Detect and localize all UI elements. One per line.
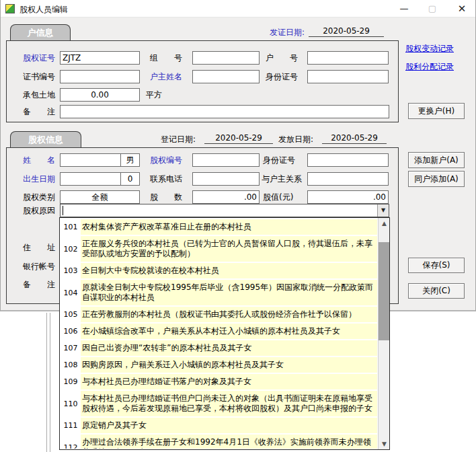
equity-reason-dropdown-list: 101农村集体资产产权改革基准日止在册的本村社员 102正在服义务兵役的本村社员… — [59, 217, 390, 450]
house-no-input[interactable] — [307, 51, 389, 65]
change-household-button[interactable]: 更换户(H) — [408, 103, 465, 119]
phone-label: 联系电话 — [150, 174, 182, 184]
name-label: 姓 名 — [23, 155, 55, 165]
group-no-label: 组 号 — [150, 52, 182, 63]
close-button[interactable]: ✕ — [447, 0, 476, 17]
item-text: 农村集体资产产权改革基准日止在册的本村社员 — [81, 219, 377, 235]
list-item[interactable]: 102正在服义务兵役的本村社员（已转为士官的人员暂保留人口股，待其退伍后，未享受… — [61, 235, 377, 262]
scrollbar-thumb[interactable] — [379, 242, 390, 340]
list-item[interactable]: 106在小城镇综合改革中，户籍关系从本村迁入小城镇的原本村社员及其子女 — [61, 323, 377, 340]
book-no-input[interactable] — [60, 70, 140, 83]
background-grid-line — [50, 313, 50, 452]
house-no-label: 户 号 — [266, 52, 298, 63]
add-new-household-button[interactable]: 添加新户(A) — [408, 152, 465, 168]
equity-cert-input[interactable]: ZJTZ — [60, 51, 140, 65]
scroll-down-icon[interactable]: ▼ — [379, 439, 390, 449]
text-caret — [63, 206, 63, 215]
equity-id-input[interactable] — [307, 153, 389, 167]
household-id-label: 身份证号 — [266, 71, 298, 82]
equity-reason-combobox[interactable]: ▼ — [60, 204, 389, 217]
head-name-label: 户主姓名 — [150, 71, 182, 82]
item-text: 正在服义务兵役的本村社员（已转为士官的人员暂保留人口股，待其退伍后，未享受部队或… — [81, 236, 377, 262]
minimize-button[interactable]: — — [391, 0, 418, 17]
list-item[interactable]: 108因购房原因，户籍关系迁入小城镇的原本村社员及其子女 — [61, 356, 377, 373]
item-text: 全日制大中专院校就读的在校本村社员 — [81, 263, 377, 278]
register-date-value[interactable]: 2020-05-29 — [204, 133, 273, 144]
head-name-input[interactable] — [192, 70, 260, 83]
item-text: 因购房原因，户籍关系迁入小城镇的原本村社员及其子女 — [81, 357, 377, 373]
list-item[interactable]: 107因自己出资办理“农转非”的原本村社员及其子女 — [61, 340, 377, 356]
name-input[interactable] — [60, 153, 121, 167]
issue-date-value[interactable]: 2020-05-29 — [309, 26, 384, 37]
book-no-label: 证书编号 — [23, 71, 55, 82]
item-number: 111 — [61, 417, 81, 434]
share-value-label: 股值(元) — [263, 192, 293, 202]
household-id-input[interactable] — [307, 70, 389, 83]
equity-cert-label: 股权证号 — [23, 52, 55, 63]
phone-input[interactable] — [192, 172, 260, 186]
list-item[interactable]: 111原定销户及其子女 — [61, 417, 377, 434]
list-item[interactable]: 104原就读全日制大中专院校1995年后毕业（含1995年）因国家取消统一分配政… — [61, 279, 377, 306]
equity-no-input[interactable] — [192, 153, 260, 167]
share-value-input[interactable]: .00 — [307, 190, 389, 204]
land-label: 承包土地 — [23, 89, 55, 100]
scroll-up-icon[interactable]: ▲ — [379, 218, 390, 229]
register-date-label: 登记日期: — [161, 134, 196, 145]
save-button[interactable]: 保存(S) — [408, 258, 465, 273]
maximize-button[interactable]: ▢ — [419, 0, 446, 17]
grant-date-value[interactable]: 2020-05-29 — [322, 133, 387, 144]
dividend-records-link[interactable]: 股利分配记录 — [405, 61, 454, 73]
app-icon — [5, 4, 15, 13]
window-title: 股权人员编辑 — [19, 4, 68, 15]
item-number: 102 — [61, 235, 81, 262]
tab-equity-info[interactable]: 股权信息 — [10, 131, 81, 148]
item-text: 原就读全日制大中专院校1995年后毕业（含1995年）因国家取消统一分配政策而自… — [81, 280, 377, 305]
list-item[interactable]: 110与本村社员已办理结婚证书但户口尚未迁入的对象（出具书面证明未在原籍地享受股… — [61, 390, 377, 417]
grant-date-label: 发放日期: — [278, 134, 313, 145]
screen: 股权人员编辑 — ▢ ✕ 户信息 发证日期: 2020-05-29 股权证号 Z… — [0, 0, 476, 452]
equity-change-records-link[interactable]: 股权变动记录 — [405, 43, 454, 54]
tab-household-info[interactable]: 户信息 — [10, 24, 71, 41]
group-no-input[interactable] — [192, 51, 260, 65]
list-scrollbar[interactable]: ▲ ▼ — [378, 218, 389, 449]
item-text: 原定销户及其子女 — [81, 418, 377, 433]
dropdown-rows: 101农村集体资产产权改革基准日止在册的本村社员 102正在服义务兵役的本村社员… — [61, 219, 377, 449]
equity-reason-label: 股权原因 — [23, 205, 55, 216]
item-number: 106 — [61, 323, 81, 340]
land-unit-label: 平方 — [146, 89, 162, 100]
item-number: 109 — [61, 373, 81, 390]
equity-type-label: 股权类别 — [23, 192, 55, 202]
birth-date-input[interactable] — [60, 172, 121, 186]
item-text: 与本村社员已办理结婚证书但户口尚未迁入的对象（出具书面证明未在原籍地享受股权待遇… — [81, 391, 377, 416]
equity-type-input[interactable]: 全额 — [60, 190, 140, 204]
titlebar: 股权人员编辑 — ▢ ✕ — [1, 0, 475, 17]
item-text: 因自己出资办理“农转非”的原本村社员及其子女 — [81, 340, 377, 356]
birth-date-label: 出生日期 — [23, 174, 55, 184]
item-text: 办理过合法领养手续在册子女和1992年4月1日《收养法》实施前领养而未办理领养手… — [81, 435, 377, 449]
item-number: 110 — [61, 390, 81, 417]
land-input[interactable]: 0.00 — [60, 88, 140, 102]
combobox-dropdown-icon[interactable]: ▼ — [377, 204, 389, 217]
list-item[interactable]: 109与本村社员已办理结婚证书落户的对象及其子女 — [61, 373, 377, 390]
list-item[interactable]: 101农村集体资产产权改革基准日止在册的本村社员 — [61, 219, 377, 235]
item-number: 112 — [61, 434, 81, 449]
item-number: 108 — [61, 356, 81, 373]
gender-box[interactable]: 男 — [120, 153, 140, 167]
household-remark-input[interactable] — [60, 105, 389, 118]
equity-remark-label: 备 注 — [23, 279, 55, 290]
age-box[interactable]: 0 — [120, 172, 140, 186]
relation-label: 与户主关系 — [262, 174, 302, 184]
close-dialog-button[interactable]: 关闭(C) — [408, 283, 465, 299]
list-item[interactable]: 103全日制大中专院校就读的在校本村社员 — [61, 262, 377, 279]
add-same-household-button[interactable]: 同户添加(A) — [408, 171, 465, 187]
item-text: 在小城镇综合改革中，户籍关系从本村迁入小城镇的原本村社员及其子女 — [81, 324, 377, 339]
bank-account-label: 银行帐号 — [23, 261, 55, 272]
item-number: 104 — [61, 279, 81, 306]
list-item[interactable]: 112办理过合法领养手续在册子女和1992年4月1日《收养法》实施前领养而未办理… — [61, 434, 377, 449]
equity-no-label: 股权编号 — [150, 155, 182, 165]
shares-label: 股 数 — [150, 192, 182, 202]
relation-input[interactable] — [307, 172, 389, 186]
item-text: 与本村社员已办理结婚证书落户的对象及其子女 — [81, 374, 377, 389]
shares-input[interactable]: .00 — [192, 190, 260, 204]
list-item[interactable]: 105正在劳教服刑的本村社员（股权证书由其委托人或股份经济合作社予以保留） — [61, 306, 377, 323]
